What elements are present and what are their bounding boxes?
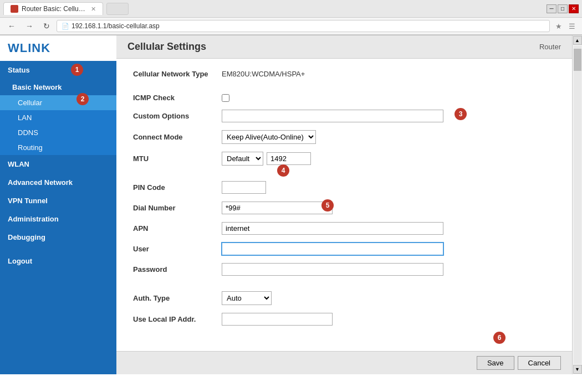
annotation-2: 2 (76, 93, 89, 105)
custom-options-label: Custom Options (133, 112, 222, 120)
mtu-row: MTU Default Custom (133, 152, 555, 166)
icmp-check-input[interactable] (222, 94, 229, 102)
sidebar-item-basic-network[interactable]: Basic Network 1 (0, 79, 116, 95)
user-label: User (133, 245, 222, 253)
bookmark-icon[interactable]: ★ (553, 21, 564, 32)
icmp-check-label: ICMP Check (133, 94, 222, 102)
sidebar-item-vpn-tunnel[interactable]: VPN Tunnel (0, 192, 116, 210)
scroll-track[interactable] (574, 46, 581, 364)
url-text: 192.168.1.1/basic-cellular.asp (72, 22, 545, 30)
minimize-button[interactable]: ─ (547, 4, 557, 13)
menu-icon[interactable]: ☰ (566, 21, 578, 32)
sidebar-item-ddns[interactable]: DDNS (0, 125, 116, 140)
sidebar-item-administration[interactable]: Administration (0, 210, 116, 228)
window-controls: ─ □ ✕ (547, 4, 579, 13)
cellular-network-type-row: Cellular Network Type EM820U:WCDMA/HSPA+ (133, 70, 555, 78)
logo-area: WLINK (0, 35, 116, 61)
nav-bar: ← → ↻ 📄 192.168.1.1/basic-cellular.asp ★… (0, 18, 582, 35)
content-footer: 6 Save Cancel (116, 351, 572, 374)
sidebar-item-lan[interactable]: LAN (0, 110, 116, 125)
annotation-6: 6 (493, 332, 506, 344)
sidebar-item-routing[interactable]: Routing (0, 140, 116, 155)
maximize-button[interactable]: □ (558, 4, 568, 13)
sidebar-item-debugging[interactable]: Debugging (0, 228, 116, 246)
pin-code-row: PIN Code 4 (133, 181, 555, 194)
dial-number-row: Dial Number 5 (133, 202, 555, 214)
browser-tab[interactable]: Router Basic: Cellular Net... ✕ (3, 2, 103, 15)
mtu-value-input[interactable] (267, 152, 311, 165)
cancel-button[interactable]: Cancel (518, 356, 561, 370)
auth-type-select[interactable]: Auto PAP CHAP MS-CHAP (222, 291, 272, 305)
password-row: Password (133, 263, 555, 276)
dial-number-input[interactable] (222, 202, 333, 214)
logo: WLINK (8, 41, 50, 55)
browser-chrome: Router Basic: Cellular Net... ✕ ─ □ ✕ ← … (0, 0, 582, 35)
custom-options-row: Custom Options (133, 110, 555, 122)
auth-type-label: Auth. Type (133, 294, 222, 302)
apn-row: APN (133, 222, 555, 235)
annotation-5: 5 (321, 199, 334, 212)
sidebar: WLINK Status Basic Network 1 Cellular 2 … (0, 35, 116, 374)
sidebar-item-cellular-label: Cellular (18, 99, 42, 107)
annotation-3: 3 (455, 108, 467, 120)
content-area: Cellular Settings Router Cellular Networ… (116, 35, 572, 374)
apn-input[interactable] (222, 222, 443, 235)
use-local-ip-input[interactable] (222, 313, 333, 326)
scrollbar[interactable]: ▲ ▼ (572, 35, 582, 374)
mtu-group: Default Custom (222, 152, 311, 166)
main-layout: WLINK Status Basic Network 1 Cellular 2 … (0, 35, 582, 374)
sidebar-item-basic-network-label: Basic Network (12, 83, 62, 91)
user-input[interactable] (222, 243, 443, 255)
address-bar[interactable]: 📄 192.168.1.1/basic-cellular.asp (57, 20, 550, 32)
scroll-thumb[interactable] (574, 49, 581, 71)
content-body: Cellular Network Type EM820U:WCDMA/HSPA+… (116, 59, 572, 351)
page-title: Cellular Settings (127, 41, 206, 53)
title-bar: Router Basic: Cellular Net... ✕ ─ □ ✕ (0, 0, 582, 18)
connect-mode-row: Connect Mode Keep Alive(Auto-Online) On … (133, 130, 555, 144)
connect-mode-label: Connect Mode (133, 133, 222, 141)
cellular-network-type-value: EM820U:WCDMA/HSPA+ (222, 70, 305, 78)
pin-code-input[interactable] (222, 181, 266, 194)
forward-button[interactable]: → (22, 20, 37, 32)
refresh-button[interactable]: ↻ (40, 20, 53, 32)
use-local-ip-row: Use Local IP Addr. (133, 313, 555, 326)
scroll-up-button[interactable]: ▲ (573, 36, 582, 45)
sidebar-item-logout[interactable]: Logout (0, 252, 116, 270)
use-local-ip-label: Use Local IP Addr. (133, 315, 222, 323)
sidebar-item-advanced-network[interactable]: Advanced Network (0, 173, 116, 192)
tab-close-button[interactable]: ✕ (91, 6, 96, 13)
auth-type-row: Auth. Type Auto PAP CHAP MS-CHAP (133, 291, 555, 305)
password-input[interactable] (222, 263, 443, 276)
sidebar-item-status[interactable]: Status (0, 61, 116, 79)
breadcrumb: Router (539, 43, 561, 51)
annotation-1: 1 (71, 64, 83, 76)
close-button[interactable]: ✕ (569, 4, 579, 13)
sidebar-item-wlan[interactable]: WLAN (0, 155, 116, 173)
annotation-4: 4 (277, 164, 289, 177)
user-row: User (133, 243, 555, 255)
new-tab-area (106, 3, 129, 15)
connect-mode-select[interactable]: Keep Alive(Auto-Online) On Demand Manual (222, 130, 316, 144)
dial-number-label: Dial Number (133, 204, 222, 212)
save-button[interactable]: Save (477, 356, 514, 370)
scroll-down-button[interactable]: ▼ (573, 365, 582, 374)
back-button[interactable]: ← (4, 20, 19, 32)
mtu-type-select[interactable]: Default Custom (222, 152, 263, 166)
content-header: Cellular Settings Router (116, 35, 572, 59)
tab-label: Router Basic: Cellular Net... (22, 5, 85, 13)
sidebar-item-cellular[interactable]: Cellular 2 (0, 95, 116, 110)
password-label: Password (133, 265, 222, 274)
icmp-check-row: ICMP Check (133, 94, 555, 102)
pin-code-label: PIN Code (133, 183, 222, 192)
tab-favicon (11, 5, 18, 13)
cellular-network-type-label: Cellular Network Type (133, 70, 222, 78)
nav-icons: ★ ☰ (553, 21, 578, 32)
mtu-label: MTU (133, 154, 222, 163)
apn-label: APN (133, 224, 222, 233)
custom-options-input[interactable] (222, 110, 443, 122)
